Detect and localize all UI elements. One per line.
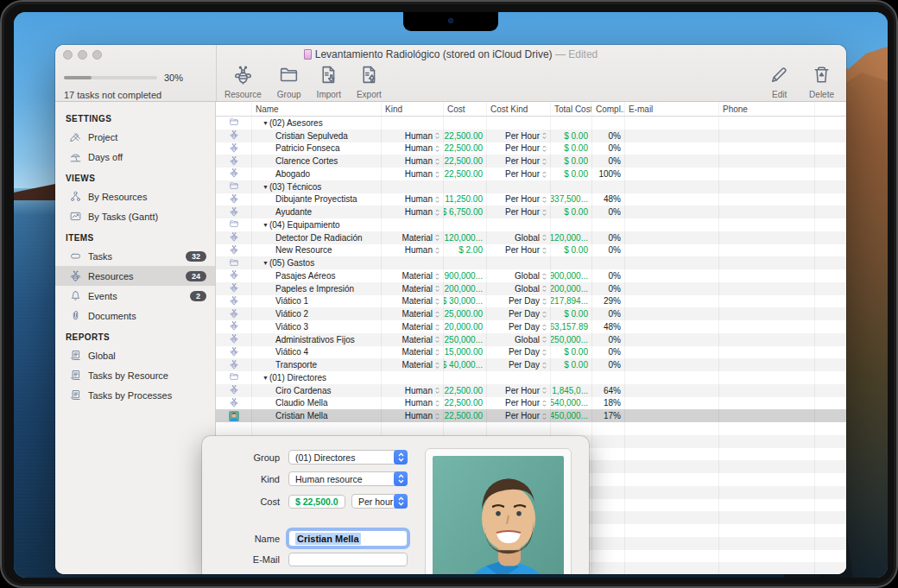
stepper-icon[interactable] bbox=[435, 170, 440, 178]
kind-cell[interactable]: Material bbox=[382, 295, 444, 308]
group-row[interactable]: ▼(03) Técnicos bbox=[216, 180, 846, 193]
email-cell[interactable] bbox=[625, 295, 719, 308]
stepper-icon[interactable] bbox=[542, 272, 547, 280]
disclosure-triangle-icon[interactable]: ▼ bbox=[262, 184, 269, 190]
export-button[interactable]: Export bbox=[357, 64, 382, 99]
group-row[interactable]: ▼(02) Asesores bbox=[216, 117, 846, 130]
cost-kind-cell[interactable]: Per Hour bbox=[487, 168, 551, 180]
disclosure-triangle-icon[interactable]: ▼ bbox=[262, 375, 269, 381]
cost-cell[interactable]: $ 2.00 bbox=[444, 244, 487, 257]
email-cell[interactable] bbox=[625, 244, 719, 257]
email-cell[interactable] bbox=[625, 180, 719, 193]
resource-row[interactable]: Dibujante ProyectistaHuman$ 11,250.00Per… bbox=[216, 193, 846, 206]
kind-cell[interactable]: Human bbox=[382, 409, 444, 422]
resource-button[interactable]: Resource bbox=[224, 64, 262, 99]
email-cell[interactable] bbox=[625, 384, 719, 397]
cost-cell[interactable]: $ 22,500.00 bbox=[444, 155, 487, 168]
resource-row[interactable]: Cristian MellaHuman$ 22,500.00Per Hour$ … bbox=[216, 409, 846, 422]
resource-row[interactable]: TransporteMaterial$ 40,000...Per Day$ 0.… bbox=[216, 358, 846, 371]
stepper-icon[interactable] bbox=[435, 234, 440, 242]
cost-cell[interactable]: $ 22,500.00 bbox=[444, 397, 487, 410]
resource-row[interactable]: Papeles e ImpresiónMaterial$ 200,000...G… bbox=[216, 282, 846, 295]
stepper-icon[interactable] bbox=[435, 297, 440, 305]
kind-cell[interactable]: Human bbox=[382, 155, 444, 168]
phone-cell[interactable] bbox=[719, 193, 815, 206]
cost-kind-cell[interactable]: Per Hour bbox=[487, 205, 551, 218]
kind-cell[interactable]: Material bbox=[382, 358, 444, 371]
phone-cell[interactable] bbox=[719, 397, 815, 410]
disclosure-triangle-icon[interactable]: ▼ bbox=[262, 260, 269, 266]
resource-row[interactable]: Patricio FonsecaHuman$ 22,500.00Per Hour… bbox=[216, 142, 846, 155]
email-cell[interactable] bbox=[625, 282, 719, 295]
group-select[interactable]: (01) Directores bbox=[288, 450, 408, 465]
phone-cell[interactable] bbox=[719, 155, 815, 168]
email-cell[interactable] bbox=[625, 117, 719, 130]
phone-cell[interactable] bbox=[719, 256, 815, 269]
sidebar-item-events[interactable]: Events2 bbox=[55, 286, 215, 306]
stepper-icon[interactable] bbox=[542, 195, 547, 203]
cost-cell[interactable]: $ 15,000.00 bbox=[444, 346, 487, 359]
stepper-icon[interactable] bbox=[435, 285, 440, 293]
cost-cell[interactable]: $ 200,000... bbox=[444, 282, 487, 295]
name-input[interactable]: Cristian Mella bbox=[288, 530, 408, 547]
phone-cell[interactable] bbox=[719, 358, 815, 371]
cost-cell[interactable]: $ 22,500.00 bbox=[444, 384, 487, 397]
stepper-icon[interactable] bbox=[435, 272, 440, 280]
cost-kind-cell[interactable]: Per Day bbox=[487, 320, 551, 333]
stepper-icon[interactable] bbox=[435, 361, 440, 369]
stepper-icon[interactable] bbox=[542, 285, 547, 293]
cost-unit-select[interactable]: Per hour bbox=[351, 494, 408, 509]
resource-row[interactable]: Cristian SepulvedaHuman$ 22,500.00Per Ho… bbox=[216, 130, 846, 142]
kind-cell[interactable]: Material bbox=[382, 333, 444, 346]
kind-cell[interactable]: Material bbox=[382, 346, 444, 359]
stepper-icon[interactable] bbox=[542, 208, 547, 216]
header-cell-costkind[interactable]: Cost Kind bbox=[487, 102, 551, 116]
phone-cell[interactable] bbox=[719, 269, 815, 282]
cost-cell[interactable]: $ 22,500.00 bbox=[444, 168, 487, 180]
stepper-icon[interactable] bbox=[435, 310, 440, 318]
phone-cell[interactable] bbox=[719, 307, 815, 320]
email-input[interactable] bbox=[288, 553, 408, 566]
email-cell[interactable] bbox=[625, 205, 719, 218]
resource-row[interactable]: Clarence CortesHuman$ 22,500.00Per Hour$… bbox=[216, 155, 846, 168]
kind-cell[interactable]: Material bbox=[382, 307, 444, 320]
email-cell[interactable] bbox=[625, 307, 719, 320]
email-cell[interactable] bbox=[625, 218, 719, 231]
cost-kind-cell[interactable]: Per Day bbox=[487, 307, 551, 320]
stepper-icon[interactable] bbox=[542, 170, 547, 178]
cost-cell[interactable]: $ 22,500.00 bbox=[444, 130, 487, 142]
resource-row[interactable]: Pasajes AéreosMaterial$ 900,000...Global… bbox=[216, 269, 846, 282]
email-cell[interactable] bbox=[625, 256, 719, 269]
phone-cell[interactable] bbox=[719, 142, 815, 155]
cost-kind-cell[interactable]: Global bbox=[487, 282, 551, 295]
cost-kind-cell[interactable]: Per Day bbox=[487, 346, 551, 359]
cost-cell[interactable]: $ 25,000.00 bbox=[444, 307, 487, 320]
header-cell-name[interactable]: Name bbox=[252, 102, 382, 116]
sidebar-item-tasks[interactable]: Tasks32 bbox=[55, 246, 215, 266]
header-cell-kind[interactable]: Kind bbox=[382, 102, 444, 116]
cost-cell[interactable]: $ 40,000... bbox=[444, 358, 487, 371]
sidebar-item-global[interactable]: Global bbox=[55, 345, 215, 365]
stepper-icon[interactable] bbox=[542, 234, 547, 242]
kind-cell[interactable]: Human bbox=[382, 193, 444, 206]
resource-row[interactable]: Viático 1Material$ 30,000...Per Day$ 217… bbox=[216, 295, 846, 308]
cost-cell[interactable]: $ 22,500.00 bbox=[444, 142, 487, 155]
cost-kind-cell[interactable]: Per Day bbox=[487, 358, 551, 371]
stepper-icon[interactable] bbox=[435, 336, 440, 344]
header-cell-phone[interactable]: Phone bbox=[719, 102, 815, 116]
cost-kind-cell[interactable]: Global bbox=[487, 333, 551, 346]
phone-cell[interactable] bbox=[719, 231, 815, 244]
phone-cell[interactable] bbox=[719, 333, 815, 346]
cost-cell[interactable]: $ 11,250.00 bbox=[444, 193, 487, 206]
kind-cell[interactable]: Material bbox=[382, 231, 444, 244]
resource-row[interactable]: Viático 4Material$ 15,000.00Per Day$ 0.0… bbox=[216, 346, 846, 359]
resource-row[interactable]: New ResourceHuman$ 2.00Per Hour$ 0.000% bbox=[216, 244, 846, 257]
stepper-icon[interactable] bbox=[435, 399, 440, 407]
stepper-icon[interactable] bbox=[435, 348, 440, 356]
stepper-icon[interactable] bbox=[435, 132, 440, 140]
kind-cell[interactable]: Human bbox=[382, 244, 444, 257]
sidebar-item-documents[interactable]: Documents bbox=[55, 306, 215, 326]
group-row[interactable]: ▼(01) Directores bbox=[216, 371, 846, 384]
phone-cell[interactable] bbox=[719, 218, 815, 231]
email-cell[interactable] bbox=[625, 333, 719, 346]
